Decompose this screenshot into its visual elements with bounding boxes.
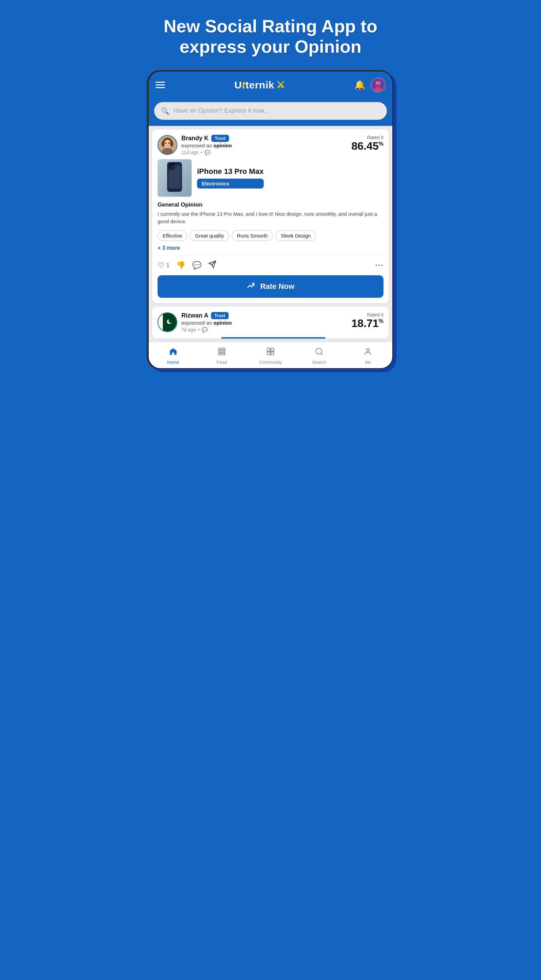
svg-rect-34 [271,348,274,351]
svg-rect-32 [218,353,225,355]
search-placeholder: Have an Opinion? Express it now... [173,107,269,115]
thumbs-down-icon: 👎 [176,261,185,270]
svg-point-4 [379,82,380,83]
user-details-1: Brandy K Trust expressed an opinion 11d … [181,135,232,155]
expressed-line-1: expressed an opinion [181,143,232,148]
opinion-title: General Opinion [158,202,383,208]
svg-rect-24 [158,313,163,331]
nav-community[interactable]: Community [246,342,294,368]
svg-point-38 [366,348,369,352]
user-name-row-1: Brandy K Trust [181,135,232,142]
bottom-nav: Home Feed Community [149,342,392,368]
home-icon [169,347,178,358]
product-section-1: iPhone 13 Pro Max Electronics [152,159,389,202]
nav-feed[interactable]: Feed [197,342,246,368]
search-bar-container: 🔍 Have an Opinion? Express it now... [149,99,392,126]
svg-point-7 [164,140,171,147]
svg-rect-36 [271,352,274,355]
svg-rect-22 [170,163,175,164]
svg-point-11 [169,142,170,144]
user-avatar-brandy [158,135,177,155]
opinion-text: I currently use the iPhone 13 Pro Max, a… [158,210,383,226]
svg-rect-33 [267,348,270,351]
svg-rect-31 [218,350,225,352]
logo-icon: ⚔ [276,79,285,91]
rated-it-1: Rated it 86.45% [352,135,383,152]
dot-separator: • [201,150,202,155]
rate-now-icon [247,282,256,292]
svg-point-1 [376,81,381,86]
user-avatar[interactable] [371,78,385,92]
community-icon [266,347,275,358]
time-label: 11d ago [181,150,199,155]
rated-it-label-2: Rated it [352,312,383,318]
nav-me[interactable]: Me [344,342,392,368]
hero-title: New Social Rating App to express your Op… [134,0,407,71]
trust-badge-2: Trust [211,312,229,319]
feed-container: Brandy K Trust expressed an opinion 11d … [149,126,392,342]
search-nav-icon [315,347,324,358]
user-info-2: Rizwan A Trust expressed an opinion 7d a… [158,312,232,332]
search-label: Search [312,360,326,365]
tags-section: Effective Great quality Runs Smooth Slee… [152,231,389,243]
rate-now-label: Rate Now [260,282,294,291]
trust-badge-1: Trust [211,135,229,142]
user-name-rizwan: Rizwan A [181,312,208,319]
card-header-1: Brandy K Trust expressed an opinion 11d … [152,129,389,159]
user-name-row-2: Rizwan A Trust [181,312,232,319]
svg-rect-30 [218,348,225,350]
svg-rect-35 [267,352,270,355]
rated-it-2: Rated it 18.71% [352,312,383,329]
svg-point-8 [162,140,165,147]
product-image-1 [158,159,192,197]
user-avatar-rizwan [158,312,177,332]
me-label: Me [365,360,371,365]
rated-it-value: 86.45% [352,140,383,152]
dot-separator-2: • [198,327,200,332]
dislike-button[interactable]: 👎 [176,261,185,270]
tag-effective[interactable]: Effective [158,231,187,241]
svg-point-3 [376,82,378,83]
phone-mockup: Utternik ⚔ 🔔 🔍 Have an Opinion? Express … [148,71,393,369]
rated-it-value-2: 18.71% [352,318,383,329]
tag-runs-smooth[interactable]: Runs Smooth [232,231,273,241]
app-logo: Utternik ⚔ [234,79,285,91]
svg-point-9 [170,140,173,147]
svg-point-10 [165,142,167,144]
rate-now-button[interactable]: Rate Now [158,275,383,298]
feed-label: Feed [217,360,227,365]
progress-bar [221,337,325,339]
actions-row-1: ♡ 1 👎 💬 ·· [152,256,389,275]
share-button[interactable] [208,260,216,270]
card-progress-indicator [152,335,389,339]
header-right: 🔔 [354,78,385,92]
tag-sleek-design[interactable]: Sleek Design [275,231,316,241]
like-count: 1 [166,262,169,269]
rated-it-label: Rated it [352,135,383,140]
send-icon [208,260,216,270]
hamburger-menu[interactable] [156,82,165,88]
product-info-1: iPhone 13 Pro Max Electronics [197,167,264,189]
me-icon [363,347,372,358]
tag-great-quality[interactable]: Great quality [190,231,229,241]
category-badge: Electronics [197,179,264,189]
product-name-label: iPhone 13 Pro Max [197,167,264,176]
time-row-1: 11d ago • 💬 [181,150,232,155]
post-card-2: Rizwan A Trust expressed an opinion 7d a… [152,307,389,339]
feed-icon [217,347,226,358]
user-info-1: Brandy K Trust expressed an opinion 11d … [158,135,232,155]
time-row-2: 7d ago • 💬 [181,327,232,332]
search-icon: 🔍 [161,107,169,115]
like-button[interactable]: ♡ 1 [158,261,169,270]
app-header: Utternik ⚔ 🔔 [149,72,392,99]
comment-button[interactable]: 💬 [192,261,201,270]
community-label: Community [259,360,282,365]
more-tags-link[interactable]: + 3 more [152,243,389,255]
search-bar[interactable]: 🔍 Have an Opinion? Express it now... [154,102,387,120]
nav-search[interactable]: Search [295,342,344,368]
heart-icon: ♡ [158,261,164,270]
svg-point-21 [169,166,172,169]
notification-bell-icon[interactable]: 🔔 [354,80,365,90]
more-options-button[interactable]: ··· [375,261,383,270]
nav-home[interactable]: Home [149,342,197,368]
